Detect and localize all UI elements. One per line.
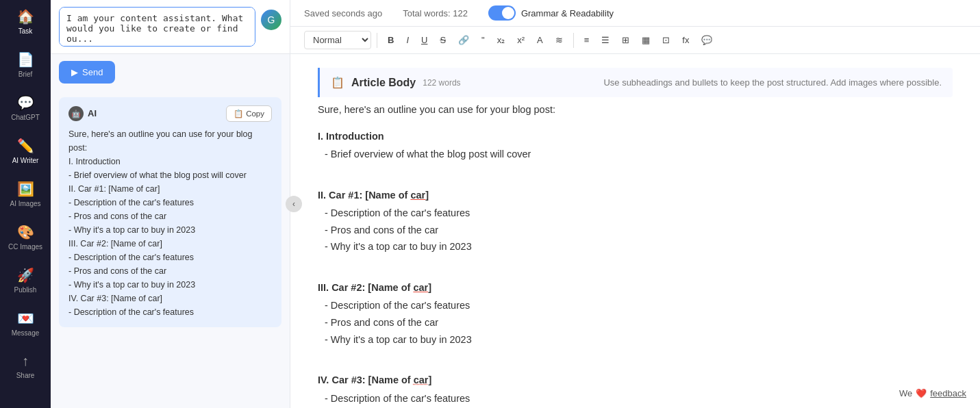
saved-status: Saved seconds ago (304, 8, 382, 18)
underline-button[interactable]: U (416, 31, 432, 49)
outline-item-2-1: - Description of the car's features (318, 205, 953, 222)
ai-section-1: I. Introduction- Brief overview of what … (68, 155, 272, 182)
chat-input[interactable]: I am your content assistant. What would … (59, 7, 255, 47)
share-icon: ↑ (22, 353, 29, 369)
article-section-desc: Use subheadings and bullets to keep the … (603, 77, 942, 88)
sidebar-item-chatgpt[interactable]: 💬 ChatGPT (0, 86, 51, 129)
ai-section-2: II. Car #1: [Name of car]- Description o… (68, 182, 272, 237)
formula-button[interactable]: fx (677, 31, 694, 49)
sidebar-item-cc-images[interactable]: 🎨 CC Images (0, 216, 51, 259)
copy-label: Copy (246, 110, 264, 118)
toolbar: Normal Heading 1 Heading 2 Heading 3 B I… (290, 27, 980, 54)
outline-title-2: II. Car #1: [Name of car] (318, 187, 953, 204)
ai-writer-icon: ✏️ (17, 138, 34, 154)
sidebar: 🏠 Task 📄 Brief 💬 ChatGPT ✏️ AI Writer 🖼️… (0, 0, 51, 408)
article-section-header: 📋 Article Body 122 words Use subheadings… (318, 68, 953, 97)
subscript-button[interactable]: x₂ (492, 31, 510, 49)
sidebar-label-ai-writer: AI Writer (12, 157, 39, 164)
grammar-toggle-switch[interactable] (488, 5, 516, 21)
outline-item-2-2: - Pros and cons of the car (318, 222, 953, 239)
copy-button[interactable]: 📋 Copy (226, 105, 272, 122)
table-button[interactable]: ⊡ (657, 31, 675, 49)
ai-intro: Sure, here's an outline you can use for … (68, 127, 272, 155)
sidebar-item-share[interactable]: ↑ Share (0, 345, 51, 387)
ai-message-body: Sure, here's an outline you can use for … (68, 127, 272, 319)
outline-section-1: I. Introduction - Brief overview of what… (318, 128, 953, 163)
feedback-link[interactable]: feedback (930, 388, 966, 398)
ai-images-icon: 🖼️ (17, 181, 34, 197)
indent-button[interactable]: ⊞ (617, 31, 634, 49)
article-section-words: 122 words (423, 78, 460, 88)
image-button[interactable]: ▦ (637, 31, 655, 49)
feedback-text: We (899, 388, 912, 398)
sidebar-item-message[interactable]: 💌 Message (0, 302, 51, 345)
sidebar-item-ai-images[interactable]: 🖼️ AI Images (0, 173, 51, 216)
word-count: Total words: 122 (403, 8, 468, 18)
toolbar-divider-2 (573, 33, 574, 48)
ai-name: AI (88, 107, 97, 120)
cc-images-icon: 🎨 (17, 224, 34, 240)
sidebar-label-cc-images: CC Images (8, 243, 42, 251)
message-icon: 💌 (17, 310, 34, 327)
feedback-bar: We ❤️ feedback (899, 388, 966, 398)
chat-input-area: I am your content assistant. What would … (51, 0, 290, 54)
brief-icon: 📄 (17, 51, 34, 68)
sidebar-label-share: Share (16, 372, 35, 379)
outline-title-1: I. Introduction (318, 128, 953, 145)
outline-title-3: III. Car #2: [Name of car] (318, 279, 953, 296)
sidebar-label-brief: Brief (18, 71, 33, 78)
grammar-label: Grammar & Readability (521, 8, 614, 18)
unordered-list-button[interactable]: ☰ (596, 31, 614, 49)
bold-button[interactable]: B (383, 31, 399, 49)
sidebar-label-chatgpt: ChatGPT (11, 114, 40, 121)
ai-section-3: III. Car #2: [Name of car]- Description … (68, 237, 272, 292)
ordered-list-button[interactable]: ≡ (579, 31, 594, 49)
chatgpt-icon: 💬 (17, 94, 34, 111)
task-icon: 🏠 (17, 8, 34, 25)
highlight-button[interactable]: ≋ (551, 31, 568, 49)
total-words-value: 122 (453, 8, 468, 18)
chat-panel: I am your content assistant. What would … (51, 0, 290, 408)
editor-area: Saved seconds ago Total words: 122 Gramm… (290, 0, 980, 408)
sidebar-label-publish: Publish (14, 286, 37, 294)
sidebar-label-task: Task (18, 27, 33, 35)
chat-messages: 🤖 AI 📋 Copy Sure, here's an outline you … (51, 90, 290, 408)
strikethrough-button[interactable]: S (435, 31, 451, 49)
outline-item-3-1: - Description of the car's features (318, 297, 953, 314)
link-button[interactable]: 🔗 (453, 31, 474, 49)
outline-item-1-1: - Brief overview of what the blog post w… (318, 146, 953, 163)
outline-section-3: III. Car #2: [Name of car] - Description… (318, 279, 953, 348)
send-icon: ▶ (71, 67, 78, 77)
article-section-title: Article Body (351, 77, 416, 89)
send-button[interactable]: ▶ Send (59, 61, 115, 84)
editor-intro: Sure, here's an outline you can use for … (318, 101, 953, 118)
comment-button[interactable]: 💬 (696, 31, 717, 49)
ai-message: 🤖 AI 📋 Copy Sure, here's an outline you … (59, 97, 281, 327)
send-label: Send (82, 67, 103, 77)
outline-item-3-3: - Why it's a top car to buy in 2023 (318, 331, 953, 348)
sidebar-label-message: Message (12, 329, 40, 337)
outline-item-2-3: - Why it's a top car to buy in 2023 (318, 238, 953, 255)
editor-content[interactable]: 📋 Article Body 122 words Use subheadings… (290, 54, 980, 408)
sidebar-item-ai-writer[interactable]: ✏️ AI Writer (0, 129, 51, 173)
superscript-button[interactable]: x² (512, 31, 529, 49)
ai-message-header: 🤖 AI 📋 Copy (68, 105, 272, 122)
format-select[interactable]: Normal Heading 1 Heading 2 Heading 3 (304, 31, 371, 49)
ai-avatar: 🤖 (68, 106, 84, 121)
italic-button[interactable]: I (401, 31, 414, 49)
collapse-panel-button[interactable]: ‹ (286, 196, 302, 212)
editor-body[interactable]: Sure, here's an outline you can use for … (318, 101, 953, 407)
section-icon: 📋 (331, 76, 344, 89)
copy-icon: 📋 (234, 109, 243, 118)
quote-button[interactable]: " (477, 31, 490, 49)
outline-title-4: IV. Car #3: [Name of car] (318, 372, 953, 389)
sidebar-item-task[interactable]: 🏠 Task (0, 0, 51, 43)
publish-icon: 🚀 (17, 267, 34, 283)
font-color-button[interactable]: A (532, 31, 548, 49)
sidebar-item-publish[interactable]: 🚀 Publish (0, 259, 51, 302)
feedback-heart: ❤️ (916, 388, 927, 398)
ai-label: 🤖 AI (68, 106, 97, 121)
sidebar-item-brief[interactable]: 📄 Brief (0, 43, 51, 86)
outline-item-3-2: - Pros and cons of the car (318, 314, 953, 331)
total-words-label: Total words: (403, 8, 450, 18)
